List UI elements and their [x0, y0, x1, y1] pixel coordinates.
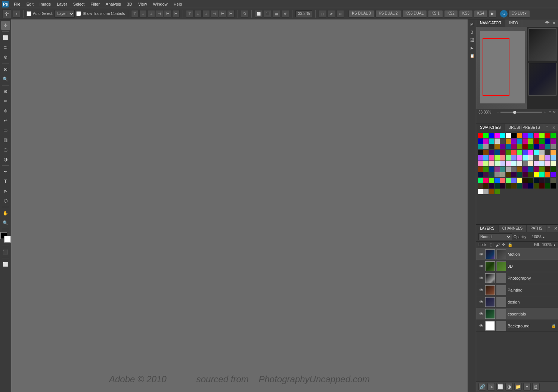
- main-layout: ✛ ⬜ ⊃ ⊛ ⊠ 🔍 ⊕ ✏ ⊗ ↩ ▭ ▥ ◌ ◑ ✒ T ⊳ ⬡ ✋ 🔍 …: [0, 19, 558, 392]
- layer-item[interactable]: 👁 essentials: [476, 308, 558, 320]
- layer-list: 👁 Motion 👁 3D 👁 Photography 👁: [476, 248, 558, 382]
- layers-section: LAYERS CHANNELS PATHS ≡ ✕ Normal Multipl…: [476, 225, 558, 392]
- layer-thumb-5: [485, 309, 495, 319]
- right-panel: NAVIGATOR INFO ◀▶ ✕: [476, 19, 558, 392]
